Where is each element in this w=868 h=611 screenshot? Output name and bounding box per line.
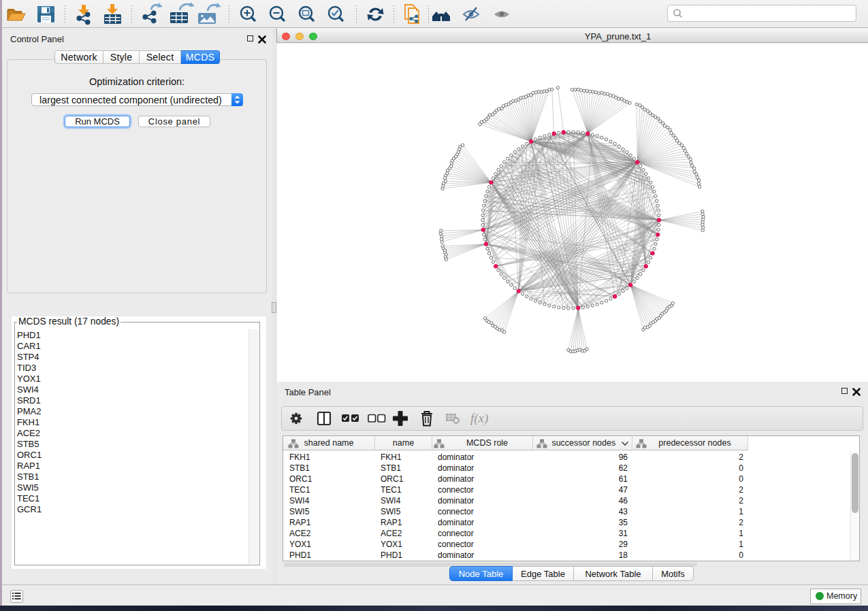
- svg-text:f(x): f(x): [470, 411, 488, 426]
